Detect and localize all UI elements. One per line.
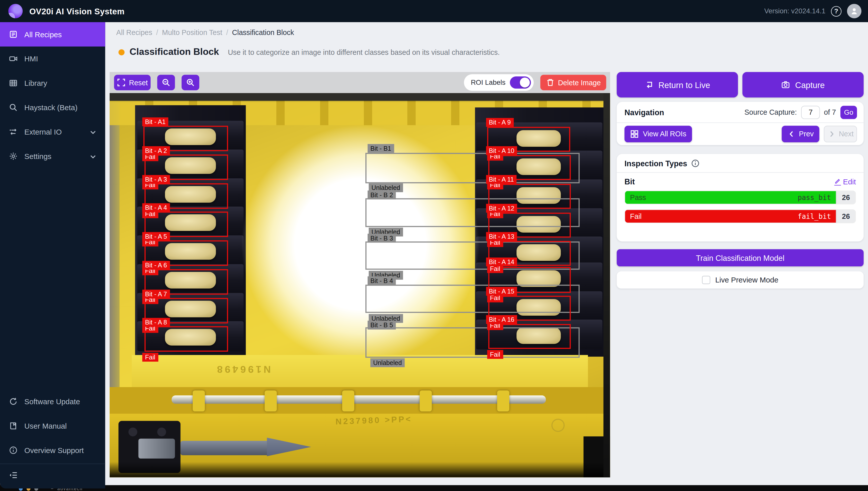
sidebar-item-label: Overview Support <box>24 446 84 454</box>
roi-label-tag[interactable]: Bit - A 7 <box>142 290 170 298</box>
hinge-knuckle <box>420 391 432 411</box>
roi-label-tag[interactable]: Bit - A 2 <box>142 146 170 155</box>
roi-fail-tag: Fail <box>142 353 158 362</box>
view-all-rois-label: View All ROIs <box>643 129 686 138</box>
sidebar: All RecipesHMILibraryHaystack (Beta)Exte… <box>0 22 105 489</box>
roi-label-tag[interactable]: Bit - A 9 <box>486 118 513 127</box>
sidebar-item-settings[interactable]: Settings <box>0 144 105 168</box>
class-bar-main[interactable]: Passpass_bit <box>625 191 836 204</box>
external-io-icon <box>9 127 18 136</box>
next-capture-button[interactable]: Next <box>824 125 857 142</box>
chuck-hole <box>157 428 166 436</box>
toggle-knob <box>520 78 530 88</box>
train-classification-model-button[interactable]: Train Classification Model <box>617 249 864 266</box>
zoom-in-button[interactable] <box>182 75 199 90</box>
sidebar-collapse-button[interactable] <box>0 467 105 483</box>
roi-label-tag[interactable]: Bit - A 12 <box>486 204 517 212</box>
class-name: Fail <box>630 212 642 220</box>
roi-labels-label: ROI Labels <box>471 79 505 87</box>
photo-hinge-rod <box>172 396 546 404</box>
go-button[interactable]: Go <box>840 106 857 119</box>
prev-label: Prev <box>799 129 814 138</box>
roi-label-tag[interactable]: Bit - A 10 <box>486 146 517 155</box>
sidebar-item-label: Library <box>24 79 47 87</box>
class-count: 26 <box>836 210 856 223</box>
photo-right-edge <box>603 93 610 478</box>
delete-image-button[interactable]: Delete Image <box>540 75 606 90</box>
recipes-icon <box>9 30 18 39</box>
page-subtitle: Use it to categorize an image into diffe… <box>228 48 500 56</box>
sidebar-item-external-io[interactable]: External IO <box>0 120 105 144</box>
page-title: Classification Block <box>129 47 219 58</box>
roi-label-tag[interactable]: Bit - A 6 <box>142 261 170 270</box>
return-to-live-label: Return to Live <box>658 80 710 89</box>
chevron-left-icon <box>787 129 796 138</box>
zoom-out-icon <box>162 78 171 87</box>
image-toolbar: Reset ROI Labels Delete Image <box>110 72 610 93</box>
navigation-title: Navigation <box>625 108 664 116</box>
roi-label-tag[interactable]: Bit - B 3 <box>368 234 396 242</box>
inspection-image-viewport[interactable]: N196498 N237980 >PP< UnlabeledBit - B1Un… <box>110 93 610 478</box>
settings-icon <box>9 152 18 161</box>
view-all-rois-button[interactable]: View All ROIs <box>625 125 692 142</box>
info-icon[interactable] <box>691 159 700 168</box>
roi-labels-toggle[interactable] <box>510 77 531 89</box>
roi-label-tag[interactable]: Bit - A 14 <box>486 258 517 266</box>
edit-classes-link[interactable]: Edit <box>834 178 856 186</box>
background-taskbar: ⌗ advantech <box>0 485 868 491</box>
roi-labels-control: ROI Labels <box>464 74 534 91</box>
chevron-down-icon <box>89 128 97 137</box>
prev-capture-button[interactable]: Prev <box>782 125 819 142</box>
sidebar-item-software-update[interactable]: Software Update <box>0 389 105 414</box>
live-preview-checkbox[interactable] <box>702 276 710 284</box>
source-capture-label: Source Capture: <box>744 108 797 116</box>
sidebar-item-overview-support[interactable]: Overview Support <box>0 438 105 463</box>
roi-label-tag[interactable]: Bit - A 15 <box>486 287 517 295</box>
return-to-live-button[interactable]: Return to Live <box>617 72 738 97</box>
roi-label-tag[interactable]: Bit - A 8 <box>142 318 170 327</box>
reset-view-button[interactable]: Reset <box>114 75 151 90</box>
breadcrumb-item: Classification Block <box>232 28 294 36</box>
hmi-icon <box>9 54 18 63</box>
capture-label: Capture <box>795 80 825 89</box>
book-icon <box>9 421 18 430</box>
live-preview-card: Live Preview Mode <box>617 271 864 289</box>
app-logo-icon <box>8 4 23 18</box>
roi-label-tag[interactable]: Bit - A 5 <box>142 232 170 241</box>
sidebar-item-haystack[interactable]: Haystack (Beta) <box>0 95 105 120</box>
breadcrumb-item[interactable]: All Recipes <box>116 28 152 36</box>
photo-case-band <box>132 355 588 388</box>
app-window: OV20i AI Vision System Version: v2024.14… <box>0 0 868 489</box>
help-icon[interactable]: ? <box>831 6 842 16</box>
sidebar-item-all-recipes[interactable]: All Recipes <box>0 22 105 47</box>
hinge-knuckle <box>265 391 277 411</box>
roi-label-tag[interactable]: Bit - A1 <box>142 117 169 126</box>
source-capture-input[interactable] <box>801 106 820 119</box>
roi-label-tag[interactable]: Bit - B 2 <box>368 191 396 199</box>
sidebar-item-user-manual[interactable]: User Manual <box>0 414 105 438</box>
zoom-out-button[interactable] <box>157 75 175 90</box>
class-bar-main[interactable]: Failfail_bit <box>625 210 836 223</box>
roi-label-tag[interactable]: Bit - A 3 <box>142 175 170 184</box>
reset-label: Reset <box>129 79 148 87</box>
sidebar-item-hmi[interactable]: HMI <box>0 47 105 71</box>
breadcrumb-item[interactable]: Multo Position Test <box>162 28 222 36</box>
avatar[interactable] <box>847 4 862 18</box>
search-icon <box>9 103 18 112</box>
class-name: Pass <box>630 193 646 201</box>
capture-button[interactable]: Capture <box>742 72 864 97</box>
sidebar-item-label: HMI <box>24 55 38 63</box>
roi-label-tag[interactable]: Bit - B 4 <box>368 277 396 285</box>
sidebar-item-label: Software Update <box>24 398 80 406</box>
inspection-types-title: Inspection Types <box>625 159 687 168</box>
inspection-types-card: Inspection Types Bit Edit Passpass_bit26… <box>617 154 864 241</box>
roi-label-tag[interactable]: Bit - B1 <box>368 144 394 153</box>
roi-label-tag[interactable]: Bit - A 13 <box>486 232 517 241</box>
roi-label-tag[interactable]: Bit - A 16 <box>486 315 517 324</box>
roi-label-tag[interactable]: Bit - A 11 <box>486 175 517 184</box>
roi-label-tag[interactable]: Bit - B 5 <box>368 321 396 329</box>
sidebar-item-library[interactable]: Library <box>0 71 105 95</box>
roi-label-tag[interactable]: Bit - A 4 <box>142 203 170 212</box>
class-output-tag: fail_bit <box>798 212 831 220</box>
sidebar-item-label: External IO <box>24 127 62 136</box>
